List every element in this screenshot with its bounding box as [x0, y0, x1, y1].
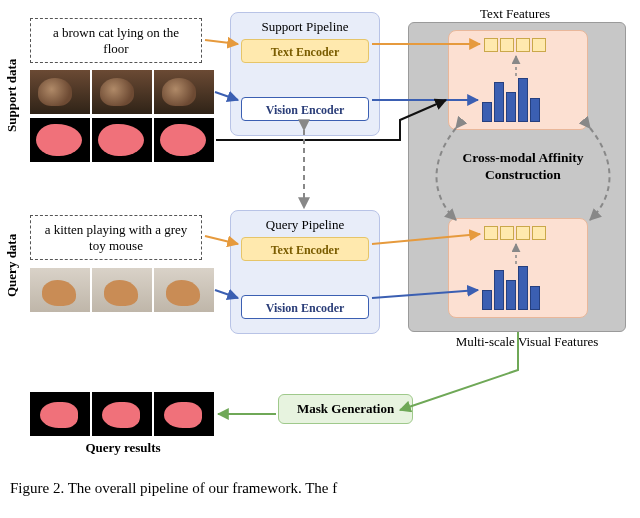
query-pipeline-panel: Query Pipeline Text Encoder Vision Encod… [230, 210, 380, 334]
query-text-encoder: Text Encoder [241, 237, 369, 261]
text-features-title: Text Features [455, 6, 575, 22]
token-icon [516, 38, 530, 52]
support-mask-frame [92, 118, 152, 162]
support-image-frame [154, 70, 214, 114]
query-image-frame [154, 268, 214, 312]
cross-modal-label: Cross-modal Affinity Construction [458, 150, 588, 184]
support-pipeline-panel: Support Pipeline Text Encoder Vision Enc… [230, 12, 380, 136]
token-icon [532, 38, 546, 52]
support-mask-frame [154, 118, 214, 162]
query-text-prompt: a kitten playing with a grey toy mouse [30, 215, 202, 260]
support-image-strip [30, 70, 214, 114]
query-image-strip [30, 268, 214, 312]
query-pipeline-title: Query Pipeline [241, 217, 369, 233]
support-vision-encoder: Vision Encoder [241, 97, 369, 121]
support-image-frame [30, 70, 90, 114]
query-image-frame [92, 268, 152, 312]
token-icon [532, 226, 546, 240]
support-text-prompt: a brown cat lying on the floor [30, 18, 202, 63]
query-result-strip [30, 392, 214, 436]
query-result-frame [30, 392, 90, 436]
support-mask-frame [30, 118, 90, 162]
token-icon [516, 226, 530, 240]
support-visual-feature-bars [482, 78, 540, 122]
support-pipeline-title: Support Pipeline [241, 19, 369, 35]
token-icon [484, 226, 498, 240]
query-result-frame [154, 392, 214, 436]
token-icon [500, 226, 514, 240]
support-image-frame [92, 70, 152, 114]
support-text-tokens [484, 38, 546, 52]
query-results-label: Query results [58, 440, 188, 456]
support-mask-strip [30, 118, 214, 162]
query-data-label: Query data [4, 210, 20, 320]
support-text-encoder: Text Encoder [241, 39, 369, 63]
mask-generation-box: Mask Generation [278, 394, 413, 424]
support-data-label: Support data [4, 30, 20, 160]
token-icon [500, 38, 514, 52]
query-text-tokens [484, 226, 546, 240]
query-vision-encoder: Vision Encoder [241, 295, 369, 319]
query-result-frame [92, 392, 152, 436]
multiscale-label: Multi-scale Visual Features [432, 334, 622, 350]
query-image-frame [30, 268, 90, 312]
framework-diagram: Support data Query data a brown cat lyin… [0, 0, 640, 470]
figure-caption: Figure 2. The overall pipeline of our fr… [10, 480, 630, 497]
token-icon [484, 38, 498, 52]
query-visual-feature-bars [482, 266, 540, 310]
